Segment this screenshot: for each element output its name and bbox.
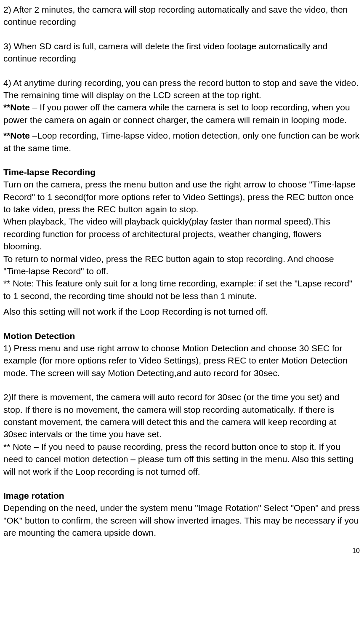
note-1: **Note – If you power off the camera whi…: [3, 101, 361, 126]
note-1-text: – If you power off the camera while the …: [3, 102, 350, 124]
note-2-text: –Loop recording, Time-lapse video, motio…: [3, 131, 359, 152]
paragraph-item-2: 2) After 2 minutes, the camera will stop…: [3, 3, 361, 28]
heading-motion-detection: Motion Detection: [3, 330, 361, 342]
heading-time-lapse: Time-lapse Recording: [3, 166, 361, 178]
note-2: **Note –Loop recording, Time-lapse video…: [3, 129, 361, 154]
motion-p2: 2)If there is movement, the camera will …: [3, 391, 361, 441]
time-lapse-p2: When playback, The video will playback q…: [3, 215, 361, 252]
time-lapse-p1: Turn on the camera, press the menu butto…: [3, 178, 361, 215]
time-lapse-note: ** Note: This feature only suit for a lo…: [3, 277, 361, 302]
motion-p1: 1) Press menu and use right arrow to cho…: [3, 342, 361, 379]
rotation-p1: Depending on the need, under the system …: [3, 502, 361, 539]
time-lapse-note-2: Also this setting will not work if the L…: [3, 305, 361, 318]
time-lapse-p3: To return to normal video, press the REC…: [3, 253, 361, 278]
note-1-label: **Note: [3, 102, 30, 112]
paragraph-item-3: 3) When SD card is full, camera will del…: [3, 40, 361, 65]
motion-note: ** Note – If you need to pause recording…: [3, 441, 361, 478]
note-2-label: **Note: [3, 131, 30, 140]
heading-image-rotation: Image rotation: [3, 489, 361, 502]
page-number: 10: [3, 546, 361, 556]
paragraph-item-4: 4) At anytime during recording, you can …: [3, 77, 361, 102]
